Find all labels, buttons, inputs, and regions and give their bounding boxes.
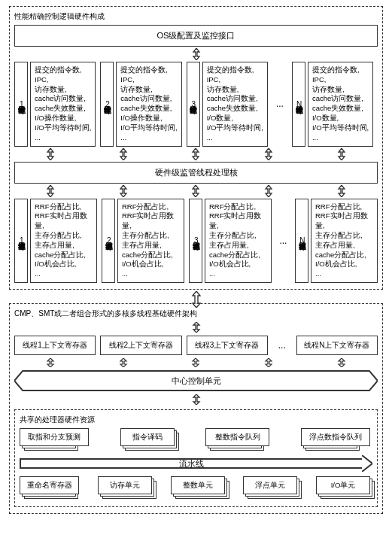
metric: RRF实时占用数量, — [122, 211, 180, 231]
perf-group-3-metrics: 提交的指令数, IPC, 访存数量, cache访问数量, cache失效数量,… — [202, 62, 268, 147]
stack-label: I/O单元 — [316, 476, 370, 494]
central-control-bar: 中心控制单元 — [14, 370, 378, 391]
metric: 主存占用量, — [315, 241, 373, 251]
stack-fp-queue: 浮点数指令队列 — [301, 428, 372, 451]
metric: cache访问数量, — [312, 94, 369, 104]
metric: I/O机会占比, — [122, 260, 180, 269]
metric: 提交的指令数, — [35, 65, 91, 75]
metric: 主存分配占比, — [122, 231, 180, 241]
metric: cache失效数量, — [120, 104, 177, 114]
perf-group-1-metrics: 提交的指令数, IPC, 访存数量, cache访问数量, cache失效数量,… — [30, 62, 96, 147]
arch-title: CMP、SMT或二者组合形式的多核多线程基础硬件架构 — [14, 308, 378, 319]
ctx-box-n: 线程N上下文寄存器 — [296, 336, 378, 355]
metric: cache分配占比, — [35, 251, 93, 260]
perf-control-title: 性能精确控制逻辑硬件构成 — [14, 11, 378, 22]
metric: cache访问数量, — [120, 94, 177, 104]
metric: ... — [35, 133, 91, 143]
metric: 提交的指令数, — [120, 65, 177, 75]
ctx-row: 线程1上下文寄存器 线程2上下文寄存器 线程3上下文寄存器 ... 线程N上下文… — [14, 336, 378, 355]
stack-io-unit: I/O单元 — [316, 476, 372, 499]
ctx-ellipsis: ... — [272, 340, 292, 351]
stack-label: 浮点单元 — [243, 476, 297, 494]
metric: I/O机会占比, — [35, 260, 93, 269]
res-groups-ellipsis: ... — [276, 199, 290, 284]
metric: I/O平均等待时间, — [35, 123, 91, 133]
metric: cache访问数量, — [35, 94, 91, 104]
perf-group-n-metrics: 提交的指令数, IPC, 访存数量, cache访问数量, cache失效数量,… — [308, 62, 373, 147]
metric: cache访问数量, — [207, 94, 263, 104]
perf-group-2: 性能记录寄存器组2 提交的指令数, IPC, 访存数量, cache访问数量, … — [100, 62, 181, 147]
metric: 访存数量, — [35, 85, 91, 95]
metric: IPC, — [312, 75, 369, 85]
perf-group-1-vlabel: 性能记录寄存器组1 — [14, 62, 28, 147]
ctx-box-1: 线程1上下文寄存器 — [14, 336, 96, 355]
metric: cache分配占比, — [315, 251, 373, 260]
stack-label: 访存单元 — [98, 476, 152, 494]
res-group-2: 资源记录寄存器组2 RRF分配占比, RRF实时占用数量, 主存分配占比, 主存… — [102, 199, 184, 284]
perf-group-2-vlabel: 性能记录寄存器组2 — [100, 62, 114, 147]
metric: 主存分配占比, — [315, 231, 373, 241]
metric: RRF分配占比, — [315, 202, 373, 212]
stack-rename-reg: 重命名寄存器 — [20, 476, 81, 499]
hw-monitor-label: 硬件级监管线程处理核 — [155, 168, 238, 177]
metric: RRF实时占用数量, — [315, 211, 373, 231]
arrows-ctx-to-ctrl — [14, 358, 378, 367]
metric: cache失效数量, — [312, 104, 369, 114]
metric: 主存占用量, — [122, 241, 180, 251]
metric: ... — [120, 133, 177, 143]
metric: 主存占用量, — [35, 241, 93, 251]
ctx-box-2: 线程2上下文寄存器 — [100, 336, 181, 355]
res-group-1-metrics: RRF分配占比, RRF实时占用数量, 主存分配占比, 主存占用量, cache… — [30, 199, 97, 284]
stack-label: 取指和分支预测 — [20, 428, 89, 446]
stack-label: 整数指令队列 — [205, 428, 269, 446]
metric: RRF分配占比, — [122, 202, 180, 212]
perf-groups-row: 性能记录寄存器组1 提交的指令数, IPC, 访存数量, cache访问数量, … — [14, 62, 378, 147]
perf-groups-ellipsis: ... — [272, 62, 287, 147]
res-group-1: 资源记录寄存器组1 RRF分配占比, RRF实时占用数量, 主存分配占比, 主存… — [14, 199, 97, 284]
metric: ... — [312, 133, 369, 143]
metric: I/O数量, — [312, 114, 369, 123]
stack-label: 指令译码 — [120, 428, 175, 446]
stack-label: 重命名寄存器 — [20, 476, 79, 494]
arch-section: CMP、SMT或二者组合形式的多核多线程基础硬件架构 线程1上下文寄存器 线程2… — [9, 303, 383, 514]
res-groups-row: 资源记录寄存器组1 RRF分配占比, RRF实时占用数量, 主存分配占比, 主存… — [14, 199, 378, 284]
shared-top-row: 取指和分支预测 指令译码 整数指令队列 浮点数指令队列 — [20, 428, 372, 451]
stack-fp-unit: 浮点单元 — [243, 476, 299, 499]
arrow-into-arch — [14, 322, 378, 333]
metric: 提交的指令数, — [312, 65, 369, 75]
metric: IPC, — [120, 75, 177, 85]
metric: I/O平均等待时间, — [312, 123, 369, 133]
res-group-3-metrics: RRF分配占比, RRF实时占用数量, 主存分配占比, 主存占用量, cache… — [205, 199, 272, 284]
perf-group-n: 性能记录寄存器组N 提交的指令数, IPC, 访存数量, cache访问数量, … — [292, 62, 373, 147]
metric: ... — [315, 269, 373, 279]
shared-bottom-row: 重命名寄存器 访存单元 整数单元 浮点单元 I/O单元 — [20, 476, 372, 499]
metric: I/O机会占比, — [209, 260, 267, 269]
metric: ... — [35, 269, 93, 279]
stack-int-unit: 整数单元 — [171, 476, 227, 499]
metric: I/O数量, — [207, 114, 263, 123]
hw-monitor-box: 硬件级监管线程处理核 — [14, 162, 378, 184]
metric: cache失效数量, — [207, 104, 263, 114]
metric: I/O操作数量, — [35, 114, 91, 123]
perf-control-section: 性能精确控制逻辑硬件构成 OS级配置及监控接口 性能记录寄存器组1 提交的指令数… — [9, 6, 383, 290]
metric: cache分配占比, — [209, 251, 267, 260]
stack-int-queue: 整数指令队列 — [205, 428, 272, 451]
metric: 主存占用量, — [209, 241, 267, 251]
metric: 主存分配占比, — [209, 231, 267, 241]
res-group-3-vlabel: 资源记录寄存器组3 — [189, 199, 202, 284]
metric: IPC, — [35, 75, 91, 85]
metric: 访存数量, — [207, 85, 263, 95]
perf-group-1: 性能记录寄存器组1 提交的指令数, IPC, 访存数量, cache访问数量, … — [14, 62, 96, 147]
metric: I/O操作数量, — [120, 114, 177, 123]
pipeline-label: 流水线 — [179, 458, 204, 470]
metric: RRF实时占用数量, — [209, 211, 267, 231]
metric: RRF分配占比, — [209, 202, 267, 212]
res-group-1-vlabel: 资源记录寄存器组1 — [14, 199, 28, 284]
perf-group-n-vlabel: 性能记录寄存器组N — [292, 62, 305, 147]
metric: ... — [207, 133, 263, 143]
metric: ... — [209, 269, 267, 279]
metric: 提交的指令数, — [207, 65, 263, 75]
res-group-n: 资源记录寄存器组N RRF分配占比, RRF实时占用数量, 主存分配占比, 主存… — [295, 199, 378, 284]
arrows-hw-to-res — [14, 185, 378, 197]
metric: RRF分配占比, — [35, 202, 93, 212]
